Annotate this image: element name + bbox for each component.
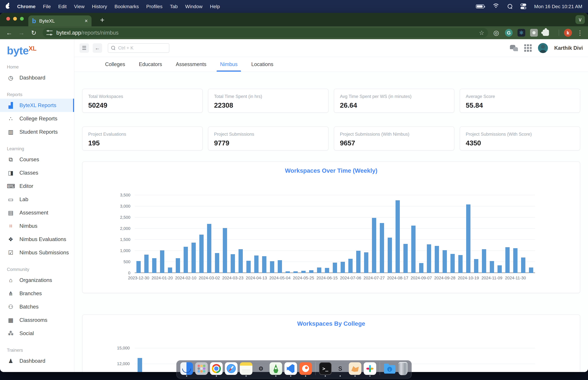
bar-week-44[interactable] (482, 249, 486, 273)
bar-week-31[interactable] (380, 223, 384, 273)
bar-week-46[interactable] (497, 265, 502, 273)
terminal-icon[interactable]: >_ (319, 362, 332, 375)
sidebar-toggle-button[interactable]: ☰ (79, 43, 89, 53)
downloads-icon[interactable] (383, 362, 396, 375)
tab-close-icon[interactable]: × (85, 18, 88, 24)
bar-week-45[interactable] (490, 261, 494, 273)
dock-app-safari[interactable] (225, 362, 238, 377)
user-avatar[interactable] (538, 43, 548, 53)
bar-week-5[interactable] (176, 258, 180, 273)
system-settings-icon[interactable]: ⚙ (255, 362, 267, 375)
sidebar-item-classrooms[interactable]: ▦Classrooms (0, 313, 74, 327)
orbit-extension-icon[interactable]: ◎ (492, 29, 500, 37)
control-center-icon[interactable] (520, 3, 526, 9)
sidebar-item-nimbus[interactable]: ⌗Nimbus (0, 219, 74, 233)
bar-week-33[interactable] (396, 200, 400, 273)
menubar-clock[interactable]: Mon 16 Dec 10:21 AM (534, 4, 582, 9)
bar-week-41[interactable] (458, 255, 463, 273)
bar-week-20[interactable] (293, 271, 298, 273)
zoom-window-button[interactable] (20, 17, 24, 20)
apple-icon[interactable] (6, 4, 10, 9)
chat-icon[interactable] (510, 45, 518, 51)
finder-icon[interactable] (180, 362, 193, 375)
tab-educators[interactable]: Educators (139, 57, 162, 72)
bar-week-13[interactable] (239, 249, 243, 273)
minimize-window-button[interactable] (13, 17, 17, 20)
bar-week-37[interactable] (427, 244, 431, 273)
dock-app-trash[interactable] (398, 362, 408, 377)
sidebar-item-dashboard[interactable]: ♟Dashboard (0, 354, 74, 368)
bar-week-24[interactable] (325, 268, 329, 273)
sidebar-item-student-reports[interactable]: ▥Student Reports (0, 125, 74, 138)
dock-app-chrome[interactable] (210, 362, 223, 377)
sidebar-item-branches[interactable]: ⋔Branches (0, 287, 74, 300)
dock-app-launchpad[interactable] (195, 362, 208, 377)
tab-search-chevron-icon[interactable]: ∨ (575, 15, 585, 24)
dock-app-sublime-text[interactable]: S (334, 362, 346, 377)
bar-week-8[interactable] (199, 235, 204, 273)
bar-week-16[interactable] (262, 256, 266, 273)
bar-week-29[interactable] (364, 252, 368, 273)
safari-icon[interactable] (225, 362, 238, 375)
sidebar-item-schedule[interactable]: ⊞Schedule (0, 368, 74, 372)
close-window-button[interactable] (6, 17, 10, 20)
bar-week-35[interactable] (411, 226, 416, 273)
bar-week-42[interactable] (466, 205, 471, 273)
bar-week-11[interactable] (223, 228, 227, 273)
sidebar-item-social[interactable]: ⁂Social (0, 327, 74, 340)
sidebar-item-editor[interactable]: ⌨Editor (0, 179, 74, 193)
menubar-item-edit[interactable]: Edit (58, 4, 67, 9)
sidebar-item-bytexl-reports[interactable]: ▟ByteXL Reports (0, 99, 74, 112)
bar-week-49[interactable] (521, 257, 525, 273)
notes-icon[interactable] (240, 362, 252, 375)
bar-week-3[interactable] (160, 250, 164, 273)
sidebar-item-college-reports[interactable]: ∴College Reports (0, 112, 74, 125)
dock-app-notes[interactable] (240, 362, 252, 377)
sidebar-item-organizations[interactable]: ⌂Organizations (0, 273, 74, 287)
bar-week-2[interactable] (152, 258, 156, 273)
sidebar-item-dashboard[interactable]: ◷Dashboard (0, 71, 74, 84)
bar-week-25[interactable] (333, 263, 337, 273)
tab-colleges[interactable]: Colleges (105, 57, 125, 72)
browser-menu-icon[interactable]: ⋮ (577, 29, 583, 37)
bar-week-40[interactable] (450, 254, 455, 273)
dock-app-system-settings[interactable]: ⚙ (255, 362, 267, 377)
bar-week-22[interactable] (309, 270, 313, 273)
bar-week-28[interactable] (356, 251, 360, 273)
bar-week-47[interactable] (505, 247, 510, 273)
bar-week-18[interactable] (278, 260, 282, 273)
react-devtools-extension-icon[interactable]: ⚛ (517, 29, 525, 37)
apps-grid-icon[interactable] (524, 44, 532, 52)
pgadmin-icon[interactable] (349, 362, 361, 375)
screenshot-extension-icon[interactable] (530, 29, 538, 37)
menubar-app-name[interactable]: Chrome (17, 4, 36, 9)
site-settings-icon[interactable] (46, 31, 53, 35)
chrome-icon[interactable] (210, 362, 223, 375)
dock-app-terminal[interactable]: >_ (319, 362, 332, 377)
tab-locations[interactable]: Locations (251, 57, 273, 72)
dock-app-downloads[interactable] (383, 362, 396, 377)
bar-week-1[interactable] (144, 255, 149, 273)
forward-button[interactable]: → (16, 29, 27, 36)
address-bar[interactable]: bytexl.app/reports/nimbus ☆ (43, 28, 488, 38)
sidebar-item-classes[interactable]: ◨Classes (0, 166, 74, 179)
bar-college-0[interactable] (138, 358, 142, 372)
dock-app-pgadmin[interactable] (349, 362, 361, 377)
bar-week-38[interactable] (435, 246, 439, 273)
battery-icon[interactable] (476, 4, 484, 8)
new-tab-button[interactable]: + (100, 16, 104, 24)
bar-week-7[interactable] (191, 243, 196, 273)
bar-week-26[interactable] (341, 262, 345, 273)
reload-button[interactable]: ↻ (28, 29, 39, 37)
bytexl-logo[interactable]: byteXL (0, 44, 74, 57)
bar-week-9[interactable] (207, 224, 211, 273)
dock-app-slack[interactable] (364, 362, 376, 377)
grammarly-extension-icon[interactable]: G (505, 29, 513, 37)
bar-week-6[interactable] (184, 247, 188, 273)
global-search-input[interactable]: Ctrl + K (108, 43, 169, 53)
sidebar-item-assessment[interactable]: ▤Assessment (0, 206, 74, 219)
sidebar-item-nimbus-evaluations[interactable]: ❖Nimbus Evaluations (0, 233, 74, 246)
bar-week-19[interactable] (285, 271, 290, 273)
spotlight-search-icon[interactable] (508, 4, 512, 9)
bar-week-27[interactable] (348, 259, 353, 273)
